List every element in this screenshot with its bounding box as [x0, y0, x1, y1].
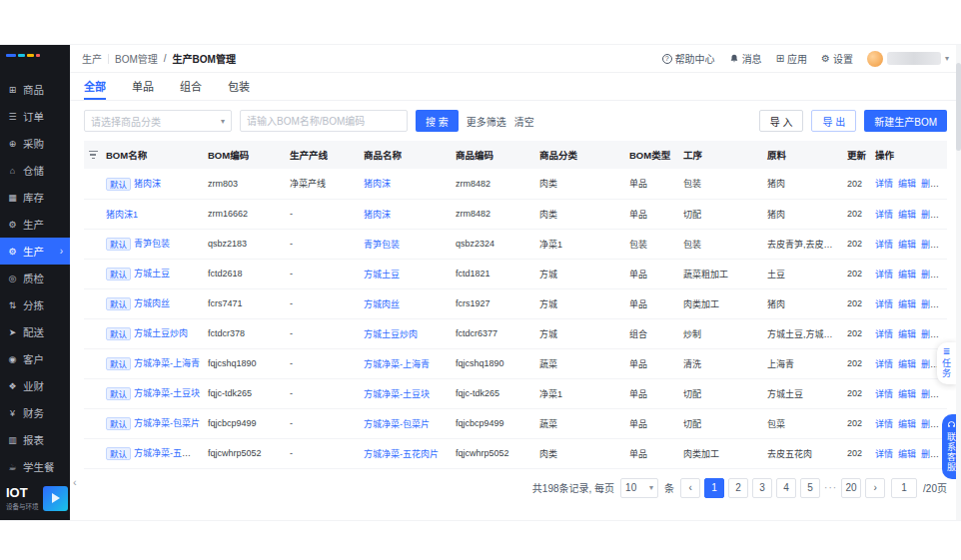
edit-link[interactable]: 编辑: [898, 329, 916, 339]
page-jump-input[interactable]: 1: [891, 478, 917, 498]
edit-link[interactable]: 编辑: [898, 210, 916, 220]
sidebar-item-order[interactable]: ☰订单: [0, 103, 70, 130]
search-button[interactable]: 搜 索: [416, 110, 459, 132]
breadcrumb-parent[interactable]: BOM管理: [115, 51, 158, 66]
bom-name-link[interactable]: 方城土豆炒肉: [134, 328, 188, 338]
product-name-link[interactable]: 方城土豆炒肉: [364, 329, 418, 339]
pager-next-button[interactable]: ›: [865, 478, 885, 498]
product-name-link[interactable]: 方城净菜-包菜片: [364, 419, 430, 429]
bom-name-link[interactable]: 猪肉沫: [134, 179, 161, 189]
bom-name-link[interactable]: 方城净菜-包菜片: [134, 418, 200, 428]
detail-link[interactable]: 详情: [875, 449, 893, 459]
detail-link[interactable]: 详情: [875, 389, 893, 399]
more-filters-link[interactable]: 更多筛选: [467, 114, 506, 129]
keyword-input[interactable]: [240, 110, 408, 132]
edit-link[interactable]: 编辑: [898, 240, 916, 250]
apps-button[interactable]: ⊞ 应用: [776, 51, 807, 66]
vertical-scrollbar[interactable]: [956, 45, 961, 520]
page-size-select[interactable]: 10 ▾: [620, 478, 658, 498]
sidebar-item-qc[interactable]: ◎质检: [0, 265, 70, 291]
user-menu[interactable]: ▾: [867, 51, 949, 67]
pager-page-2[interactable]: 2: [728, 478, 748, 498]
sidebar-item-delivery[interactable]: ➤配送: [0, 318, 70, 345]
updated-cell: 202: [843, 438, 871, 468]
product-name-link[interactable]: 猪肉沫: [364, 210, 391, 220]
sidebar-item-finance[interactable]: ¥财务: [0, 399, 70, 426]
bom-name-link[interactable]: 方城肉丝: [134, 298, 170, 308]
delete-link[interactable]: 删除: [921, 179, 939, 189]
edit-link[interactable]: 编辑: [898, 389, 916, 399]
edit-link[interactable]: 编辑: [898, 419, 916, 429]
tab-全部[interactable]: 全部: [84, 73, 106, 100]
detail-link[interactable]: 详情: [875, 240, 893, 250]
detail-link[interactable]: 详情: [875, 419, 893, 429]
detail-link[interactable]: 详情: [875, 359, 893, 369]
bom-name-link[interactable]: 方城土豆: [134, 269, 170, 279]
scrollbar-thumb[interactable]: [956, 63, 961, 151]
detail-link[interactable]: 详情: [875, 210, 893, 220]
pager-prev-button[interactable]: ‹: [680, 478, 700, 498]
product-name-link[interactable]: 方城净菜-土豆块: [364, 389, 430, 399]
sidebar-item-warehouse[interactable]: ⌂仓储: [0, 157, 70, 184]
table-row: 默认方城净菜-土豆块fqjc-tdk265-方城净菜-土豆块fqjc-tdk26…: [84, 378, 947, 408]
category-select[interactable]: 请选择商品分类 ▾: [84, 110, 232, 132]
delete-link[interactable]: 删除: [921, 240, 939, 250]
edit-link[interactable]: 编辑: [898, 359, 916, 369]
pager-page-3[interactable]: 3: [752, 478, 772, 498]
detail-link[interactable]: 详情: [875, 270, 893, 280]
sidebar-item-student-meal[interactable]: ☕学生餐: [0, 453, 70, 480]
settings-button[interactable]: ⚙ 设置: [821, 51, 853, 66]
tab-组合[interactable]: 组合: [180, 73, 202, 100]
sidebar-item-report[interactable]: ▥报表: [0, 426, 70, 453]
sidebar-item-biz-finance[interactable]: ❖业财: [0, 372, 70, 399]
edit-link[interactable]: 编辑: [898, 270, 916, 280]
bom-name-link[interactable]: 方城净菜-土豆块: [134, 388, 200, 398]
sidebar-item-sorting[interactable]: ⇅分拣: [0, 291, 70, 318]
product-name-link[interactable]: 青笋包装: [364, 240, 400, 250]
breadcrumb-module[interactable]: 生产: [82, 51, 102, 66]
pager-page-4[interactable]: 4: [776, 478, 796, 498]
sidebar-item-production-active[interactable]: ⚙生产›: [0, 238, 70, 265]
delete-link[interactable]: 删除: [921, 210, 939, 220]
create-bom-button[interactable]: 新建生产BOM: [864, 110, 947, 132]
sidebar-item-goods[interactable]: ⊞商品: [0, 76, 70, 103]
detail-link[interactable]: 详情: [875, 329, 893, 339]
tab-单品[interactable]: 单品: [132, 73, 154, 100]
product-name-link[interactable]: 方城肉丝: [364, 299, 400, 309]
tab-包装[interactable]: 包装: [228, 73, 250, 100]
clear-filters-link[interactable]: 清空: [514, 114, 534, 129]
product-name-link[interactable]: 方城净菜-五花肉片: [364, 449, 439, 459]
detail-link[interactable]: 详情: [875, 299, 893, 309]
edit-link[interactable]: 编辑: [898, 179, 916, 189]
pager-page-1[interactable]: 1: [704, 478, 724, 498]
detail-link[interactable]: 详情: [875, 179, 893, 189]
filter-icon[interactable]: [88, 149, 98, 160]
sidebar-item-customer[interactable]: ◉客户: [0, 345, 70, 372]
product-name-link[interactable]: 方城净菜-上海青: [364, 359, 430, 369]
pager-page-5[interactable]: 5: [800, 478, 820, 498]
sidebar-item-production[interactable]: ⚙生产: [0, 211, 70, 238]
delete-link[interactable]: 删除: [921, 449, 939, 459]
product-name-link[interactable]: 方城土豆: [364, 270, 400, 280]
help-center-button[interactable]: ? 帮助中心: [662, 51, 715, 66]
bom-name-link[interactable]: 方城净菜-五花肉片: [134, 448, 204, 458]
delete-link[interactable]: 删除: [921, 270, 939, 280]
bom-name-link[interactable]: 青笋包装: [134, 239, 170, 249]
edit-link[interactable]: 编辑: [898, 299, 916, 309]
pager-page-20[interactable]: 20: [841, 478, 861, 498]
sidebar-item-purchase[interactable]: ⊕采购: [0, 130, 70, 157]
export-button[interactable]: 导 出: [811, 110, 856, 132]
edit-link[interactable]: 编辑: [898, 449, 916, 459]
sidebar-item-inventory[interactable]: ▦库存: [0, 184, 70, 211]
scroll-left-arrow[interactable]: ‹: [73, 476, 77, 488]
delete-link[interactable]: 删除: [921, 329, 939, 339]
tasks-float-button[interactable]: ≣ 任务: [937, 342, 956, 384]
delete-link[interactable]: 删除: [921, 299, 939, 309]
bom-name-link[interactable]: 猪肉沫1: [106, 210, 138, 220]
import-button[interactable]: 导 入: [759, 110, 804, 132]
delete-link[interactable]: 删除: [921, 389, 939, 399]
bom-name-link[interactable]: 方城净菜-上海青: [134, 358, 200, 368]
delete-link[interactable]: 删除: [921, 419, 939, 429]
product-name-link[interactable]: 猪肉沫: [364, 179, 391, 189]
messages-button[interactable]: 消息: [729, 51, 762, 66]
